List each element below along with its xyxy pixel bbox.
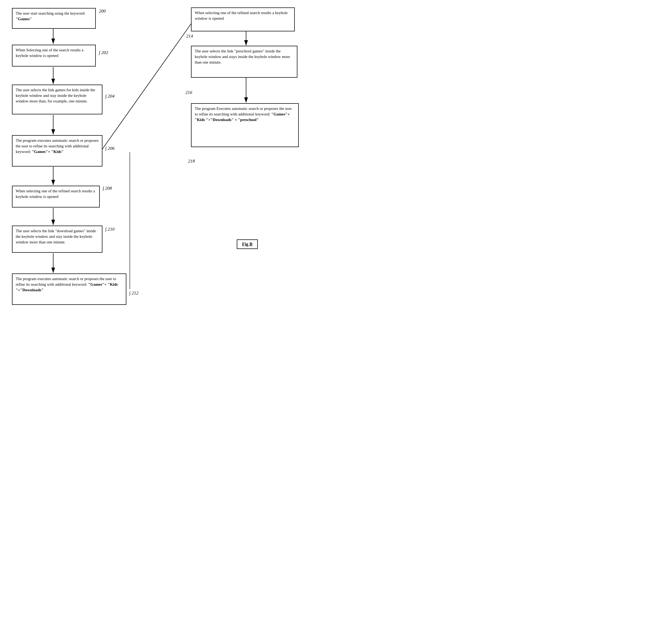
label-212: ∫ 212 xyxy=(129,291,138,296)
box-212: The program executes automatic search or… xyxy=(12,273,126,305)
box-202: When Selecting one of the search results… xyxy=(12,45,96,67)
box-208-text: When selecting one of the refined search… xyxy=(16,189,95,199)
box-200-text: The user start searching using the keywo… xyxy=(16,11,85,21)
label-208: ∫ 208 xyxy=(103,186,112,191)
fig-b-label: Fig B xyxy=(237,239,258,249)
box-212-text: The program executes automatic search or… xyxy=(16,277,118,292)
label-214: 214 xyxy=(186,33,193,39)
box-202-text: When Selecting one of the search results… xyxy=(16,48,84,58)
label-216: 216 xyxy=(185,90,192,95)
box-214-note: When selecting one of the refined search… xyxy=(191,7,295,31)
label-202: ∫ 202 xyxy=(99,50,108,55)
box-206: The program executes automatic search or… xyxy=(12,135,103,166)
label-218: 218 xyxy=(188,159,195,164)
box-216: The program Executes automatic search or… xyxy=(191,103,299,147)
box-210: The user selects the link "download game… xyxy=(12,226,103,253)
box-preschool-text: The user selects the link "preschool gam… xyxy=(195,49,290,64)
box-204-text: The user selects the link games for kids… xyxy=(16,88,95,103)
box-204: The user selects the link games for kids… xyxy=(12,85,103,114)
label-206: ∫ 206 xyxy=(105,146,114,151)
diagram: The user start searching using the keywo… xyxy=(0,0,328,322)
fig-b-text: Fig B xyxy=(242,242,252,247)
box-210-text: The user selects the link "download game… xyxy=(16,229,96,244)
box-200: The user start searching using the keywo… xyxy=(12,8,96,29)
label-204: ∫ 204 xyxy=(105,94,114,99)
box-216-text: The program Executes automatic search or… xyxy=(195,107,292,122)
box-preschool: The user selects the link "preschool gam… xyxy=(191,46,297,78)
box-214-note-text: When selecting one of the refined search… xyxy=(195,10,288,21)
label-210: ∫ 210 xyxy=(105,227,114,232)
svg-line-9 xyxy=(101,19,194,151)
box-208: When selecting one of the refined search… xyxy=(12,186,100,207)
box-206-text: The program executes automatic search or… xyxy=(16,138,99,154)
label-200: 200 xyxy=(99,8,106,14)
